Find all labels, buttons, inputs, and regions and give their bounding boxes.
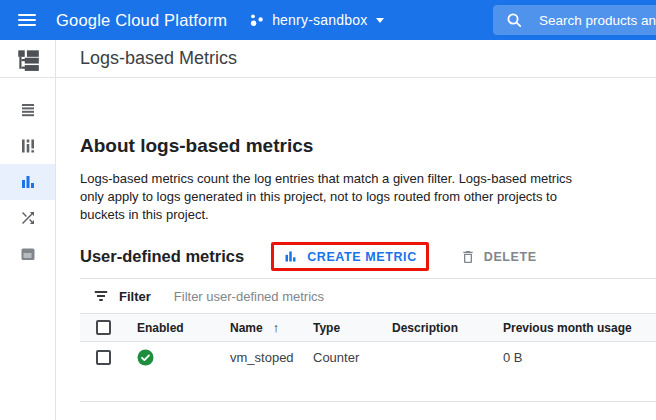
user-metrics-toolbar: User-defined metrics CREATE METRIC xyxy=(80,242,656,271)
sidebar-item-logs-router[interactable] xyxy=(0,200,55,236)
filter-input-placeholder: Filter user-defined metrics xyxy=(174,289,324,304)
row-checkbox[interactable] xyxy=(96,350,111,365)
project-picker[interactable]: henry-sandbox xyxy=(249,12,384,28)
bar-chart-icon xyxy=(283,249,298,264)
column-header-type: Type xyxy=(313,321,392,335)
log-lines-icon xyxy=(19,101,37,119)
column-header-name[interactable]: Name ↑ xyxy=(230,320,313,335)
content-area: Logs-based Metrics About logs-based metr… xyxy=(56,40,656,420)
page-header: Logs-based Metrics xyxy=(56,40,656,78)
chevron-down-icon xyxy=(376,18,384,23)
metric-usage-cell: 0 B xyxy=(503,350,656,365)
sidebar xyxy=(0,40,56,420)
column-header-description: Description xyxy=(392,321,503,335)
project-icon xyxy=(249,12,265,28)
table-header-row: Enabled Name ↑ Type Description Previous… xyxy=(80,313,656,342)
shuffle-icon xyxy=(19,209,37,227)
search-icon xyxy=(506,12,522,28)
delete-label: DELETE xyxy=(484,250,537,264)
top-app-bar: Google Cloud Platform henry-sandbox Sear… xyxy=(0,0,656,40)
trash-icon xyxy=(460,249,476,265)
sidebar-item-logs-based-metrics[interactable] xyxy=(0,164,55,200)
annotation-highlight: CREATE METRIC xyxy=(271,242,429,271)
search-placeholder: Search products and xyxy=(539,13,656,28)
user-metrics-heading: User-defined metrics xyxy=(80,247,244,266)
bar-chart-icon xyxy=(19,173,37,191)
table-bottom-divider xyxy=(80,401,656,402)
metric-type-cell: Counter xyxy=(313,350,392,365)
table-row: vm_stoped Counter 0 B xyxy=(80,342,656,373)
sidebar-item-logs-explorer[interactable] xyxy=(0,92,55,128)
about-heading: About logs-based metrics xyxy=(80,135,656,157)
sort-ascending-icon: ↑ xyxy=(273,320,280,335)
enabled-cell xyxy=(137,349,230,366)
logging-tree-icon xyxy=(15,46,41,72)
product-logo[interactable]: Google Cloud Platform xyxy=(56,11,227,30)
filter-label: Filter xyxy=(119,289,151,304)
metric-name-cell: vm_stoped xyxy=(230,350,313,365)
sidebar-item-logs-storage[interactable] xyxy=(0,128,55,164)
sidebar-item-logging-home[interactable] xyxy=(0,40,55,78)
filter-bar[interactable]: Filter Filter user-defined metrics xyxy=(80,279,656,313)
filter-icon xyxy=(93,288,109,304)
page-card-icon xyxy=(19,245,37,263)
search-input[interactable]: Search products and xyxy=(493,5,656,35)
column-header-usage: Previous month usage xyxy=(503,321,656,335)
create-metric-button[interactable]: CREATE METRIC xyxy=(283,249,417,264)
storage-bars-icon xyxy=(19,137,37,155)
sidebar-nav xyxy=(0,78,55,272)
about-description: Logs-based metrics count the log entries… xyxy=(80,170,580,224)
menu-icon[interactable] xyxy=(18,14,36,26)
column-header-enabled: Enabled xyxy=(137,321,230,335)
enabled-check-icon xyxy=(137,349,154,366)
create-metric-label: CREATE METRIC xyxy=(307,250,417,264)
delete-button[interactable]: DELETE xyxy=(460,249,537,265)
sidebar-item-page[interactable] xyxy=(0,236,55,272)
project-name: henry-sandbox xyxy=(272,12,367,28)
select-all-checkbox[interactable] xyxy=(96,320,111,335)
page-title: Logs-based Metrics xyxy=(80,48,237,69)
